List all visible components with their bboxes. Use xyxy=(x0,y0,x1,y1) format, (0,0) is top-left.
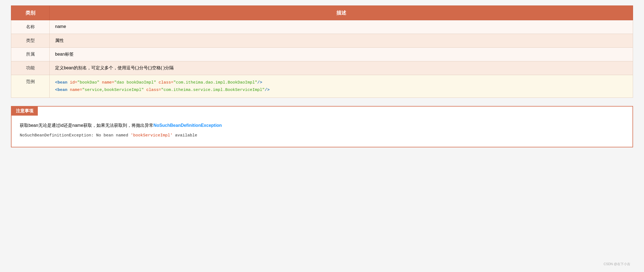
cell-category: 名称 xyxy=(11,20,50,34)
table-container: 类别 描述 名称 name 类型 属性 所属 bean标签 功能 定 xyxy=(11,5,633,98)
table-row: 类型 属性 xyxy=(11,34,633,48)
notice-line1-highlight: NoSuchBeanDefinitionException xyxy=(153,123,222,128)
code-keyword-2: <bean xyxy=(55,88,67,92)
code-string-5: "com.itheima.service.impl.BookServiceImp… xyxy=(161,88,265,92)
notice-line-1: 获取bean无论是通过id还是name获取，如果无法获取到，将抛出异常NoSuc… xyxy=(20,121,624,130)
code-attr-3: class= xyxy=(156,80,173,85)
notice-line2-red: 'bookServiceImpl' xyxy=(131,133,173,138)
table-row: 功能 定义bean的别名，可定义多个，使用逗号(,)分号(;)空格( )分隔 xyxy=(11,61,633,75)
notice-line2-prefix: NoSuchBeanDefinitionException: No bean n… xyxy=(20,133,131,138)
main-table: 类别 描述 名称 name 类型 属性 所属 bean标签 功能 定 xyxy=(11,5,633,98)
header-category: 类别 xyxy=(11,6,50,20)
code-block: <bean id="bookDao" name="dao bookDaoImpl… xyxy=(55,79,627,94)
code-attr-5: class= xyxy=(144,88,161,92)
code-string-2: "dao bookDaoImpl" xyxy=(114,80,156,85)
code-close-1: /> xyxy=(257,80,262,85)
watermark: CSDN @在下小吉 xyxy=(11,262,633,267)
header-description: 描述 xyxy=(50,6,633,20)
code-line-2: <bean name="service,bookServiceImpl" cla… xyxy=(55,86,627,94)
table-row: 所属 bean标签 xyxy=(11,48,633,61)
cell-description: name xyxy=(50,20,633,34)
code-keyword: <bean xyxy=(55,80,67,85)
notice-header-label: 注意事项 xyxy=(12,107,38,116)
code-attr: id= xyxy=(67,80,77,85)
notice-header-bar: 注意事项 xyxy=(12,107,632,116)
code-string-3: "com.itheima.dao.impl.BookDaoImpl" xyxy=(173,80,257,85)
code-line-1: <bean id="bookDao" name="dao bookDaoImpl… xyxy=(55,79,627,86)
cell-description: 定义bean的别名，可定义多个，使用逗号(,)分号(;)空格( )分隔 xyxy=(50,61,633,75)
cell-category: 所属 xyxy=(11,48,50,61)
cell-category: 功能 xyxy=(11,61,50,75)
cell-description: 属性 xyxy=(50,34,633,48)
code-attr-4: name= xyxy=(67,88,82,92)
table-header-row: 类别 描述 xyxy=(11,6,633,20)
table-row-example: 范例 <bean id="bookDao" name="dao bookDaoI… xyxy=(11,75,633,98)
code-attr-2: name= xyxy=(99,80,114,85)
cell-description: bean标签 xyxy=(50,48,633,61)
notice-line1-normal: 获取bean无论是通过id还是name获取，如果无法获取到，将抛出异常 xyxy=(20,123,153,128)
code-close-2: /> xyxy=(265,88,270,92)
notice-line-2: NoSuchBeanDefinitionException: No bean n… xyxy=(20,131,624,140)
code-string: "bookDao" xyxy=(77,80,99,85)
notice-content: 获取bean无论是通过id还是name获取，如果无法获取到，将抛出异常NoSuc… xyxy=(12,116,632,147)
cell-category-example: 范例 xyxy=(11,75,50,98)
cell-category: 类型 xyxy=(11,34,50,48)
table-row: 名称 name xyxy=(11,20,633,34)
code-string-4: "service,bookServiceImpl" xyxy=(82,88,144,92)
notice-line2-suffix: available xyxy=(173,133,197,138)
cell-code-example: <bean id="bookDao" name="dao bookDaoImpl… xyxy=(50,75,633,98)
notice-box: 注意事项 获取bean无论是通过id还是name获取，如果无法获取到，将抛出异常… xyxy=(11,106,633,147)
